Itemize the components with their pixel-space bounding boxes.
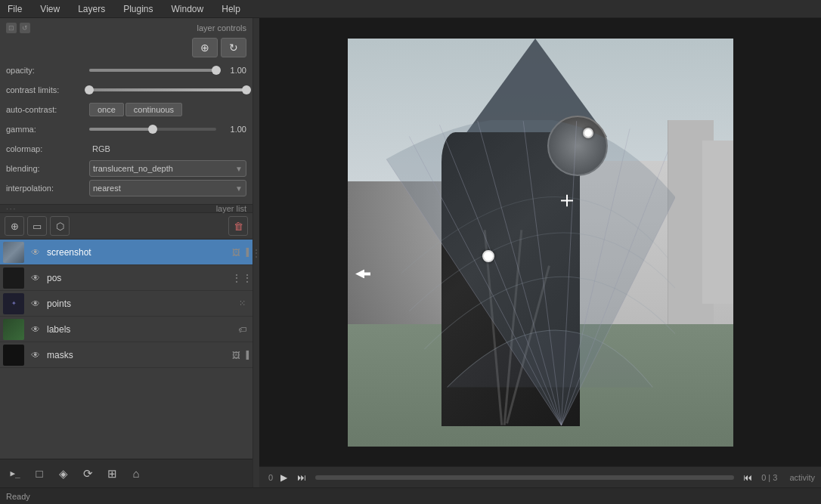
- grid-icon: ⊞: [107, 467, 117, 481]
- blending-select[interactable]: translucent_no_depth ▼: [89, 160, 246, 177]
- radial-overlay: [386, 120, 676, 426]
- home-icon: ⌂: [132, 467, 139, 480]
- visibility-btn-masks[interactable]: 👁: [27, 347, 44, 363]
- opacity-slider-container: 1.00: [89, 66, 246, 75]
- home-btn[interactable]: ⌂: [125, 463, 147, 484]
- arrow-marker: [355, 269, 370, 280]
- roll-axes-btn[interactable]: ⟳: [77, 463, 98, 484]
- gamma-label: gamma:: [6, 125, 89, 134]
- play-button[interactable]: ▶: [276, 470, 291, 485]
- skip-end-button[interactable]: ⏭: [294, 470, 309, 485]
- layer-list: 👁 screenshot 🖼 ▐ 👁 pos ⋮⋮ ✦: [0, 240, 252, 459]
- delete-icon: 🗑: [234, 221, 243, 232]
- auto-contrast-buttons: once continuous: [89, 103, 182, 116]
- layer-name-screenshot: screenshot: [47, 247, 228, 258]
- layer-name-pos: pos: [47, 273, 234, 283]
- layer-thumbnail-screenshot: [3, 242, 24, 263]
- panel-collapse-handle[interactable]: [253, 18, 259, 487]
- layer-mask-indicator: ▐: [243, 351, 249, 359]
- layer-controls-title: layer controls: [197, 23, 246, 32]
- interpolation-arrow-icon: ▼: [235, 184, 243, 193]
- blending-arrow-icon: ▼: [235, 165, 243, 173]
- console-btn[interactable]: ▶_: [5, 463, 26, 484]
- layer-item-labels[interactable]: 👁 labels 🏷: [0, 317, 252, 342]
- layer-item-screenshot[interactable]: 👁 screenshot 🖼 ▐: [0, 240, 252, 265]
- opacity-slider[interactable]: [89, 69, 216, 72]
- menu-file[interactable]: File: [5, 2, 25, 16]
- visibility-btn-labels[interactable]: 👁: [27, 321, 44, 338]
- transform-buttons: ⊕ ↻: [6, 38, 246, 57]
- auto-contrast-continuous-btn[interactable]: continuous: [125, 103, 182, 116]
- blending-label: blending:: [6, 164, 89, 173]
- interpolation-select[interactable]: nearest ▼: [89, 180, 246, 196]
- layer-controls-icon1[interactable]: ⊡: [6, 23, 17, 33]
- delete-layer-btn[interactable]: 🗑: [228, 216, 248, 236]
- layer-item-masks[interactable]: 👁 masks 🖼 ▐: [0, 342, 252, 368]
- frame-count: 0 | 3: [761, 473, 777, 482]
- menu-view[interactable]: View: [37, 2, 63, 16]
- layer-thumbnail-pos: [3, 267, 24, 289]
- grid-btn[interactable]: ⊞: [101, 463, 122, 484]
- colormap-row: colormap: RGB: [6, 141, 246, 157]
- layer-item-points[interactable]: ✦ 👁 points ⁙: [0, 291, 252, 317]
- new-shapes-btn[interactable]: ▭: [27, 216, 47, 236]
- layer-controls-header: ⊡ ↺ layer controls: [6, 23, 246, 33]
- menu-plugins[interactable]: Plugins: [120, 2, 156, 16]
- resize-dots-icon: ···: [6, 205, 17, 213]
- menu-window[interactable]: Window: [169, 2, 207, 16]
- visibility-btn-screenshot[interactable]: 👁: [27, 244, 44, 261]
- auto-contrast-once-btn[interactable]: once: [89, 103, 124, 116]
- layer-list-toolbar: ⊕ ▭ ⬡ 🗑: [0, 213, 252, 240]
- canvas-area[interactable]: [259, 18, 821, 466]
- new-shapes-icon: ▭: [33, 221, 42, 232]
- status-bar: Ready: [0, 487, 821, 504]
- 3d-view-btn[interactable]: ◈: [53, 463, 74, 484]
- left-panel: ⊡ ↺ layer controls ⊕ ↻ opacity: 1.00: [0, 18, 253, 487]
- 2d-view-btn[interactable]: □: [29, 463, 50, 484]
- layer-item-pos[interactable]: 👁 pos ⋮⋮: [0, 265, 252, 291]
- annotation-dot-1: [583, 128, 593, 138]
- visibility-btn-points[interactable]: 👁: [27, 295, 44, 312]
- viewer-image: [348, 39, 733, 447]
- current-frame: 0: [268, 473, 273, 482]
- opacity-row: opacity: 1.00: [6, 62, 246, 79]
- menu-help[interactable]: Help: [218, 2, 243, 16]
- gamma-row: gamma: 1.00: [6, 121, 246, 138]
- layer-name-masks: masks: [47, 350, 228, 360]
- cross-marker-1: [561, 194, 573, 209]
- opacity-value: 1.00: [219, 66, 246, 75]
- skip-start-button[interactable]: ⏮: [740, 470, 755, 485]
- main-layout: ⊡ ↺ layer controls ⊕ ↻ opacity: 1.00: [0, 18, 821, 487]
- transform-rotate-btn[interactable]: ↻: [221, 38, 246, 57]
- timeline-track[interactable]: [315, 475, 734, 480]
- layer-controls-icon2[interactable]: ↺: [20, 23, 30, 33]
- resize-handle[interactable]: ··· layer list: [0, 204, 252, 213]
- auto-contrast-row: auto-contrast: once continuous: [6, 101, 246, 118]
- colormap-value: RGB: [89, 143, 113, 155]
- gamma-value: 1.00: [219, 125, 246, 134]
- colormap-label: colormap:: [6, 144, 89, 153]
- contrast-slider[interactable]: [89, 88, 246, 91]
- console-icon: ▶_: [10, 468, 20, 478]
- viewer-panel: 0 ▶ ⏭ ⏮ 0 | 3 activity: [259, 18, 821, 487]
- layer-type-icon-points: ⁙: [234, 296, 249, 311]
- opacity-label: opacity:: [6, 66, 89, 75]
- bottom-toolbar: ▶_ □ ◈ ⟳ ⊞ ⌂: [0, 459, 252, 487]
- layer-type-icon-screenshot: 🖼: [228, 245, 243, 260]
- visibility-btn-pos[interactable]: 👁: [27, 270, 44, 286]
- gamma-slider[interactable]: [89, 128, 216, 131]
- new-labels-icon: ⬡: [56, 221, 64, 232]
- layer-name-points: points: [47, 298, 234, 309]
- interpolation-value: nearest: [93, 184, 121, 193]
- layer-type-icon-pos: ⋮⋮: [234, 271, 249, 286]
- layer-type-icon-labels: 🏷: [234, 322, 249, 337]
- transform-move-btn[interactable]: ⊕: [192, 38, 218, 57]
- new-labels-btn[interactable]: ⬡: [50, 216, 70, 236]
- activity-label: activity: [789, 473, 815, 482]
- interpolation-label: interpolation:: [6, 184, 89, 193]
- roll-icon: ⟳: [83, 467, 93, 481]
- contrast-slider-container: [89, 88, 246, 91]
- new-points-btn[interactable]: ⊕: [5, 216, 24, 236]
- blending-row: blending: translucent_no_depth ▼: [6, 160, 246, 177]
- menu-layers[interactable]: Layers: [75, 2, 108, 16]
